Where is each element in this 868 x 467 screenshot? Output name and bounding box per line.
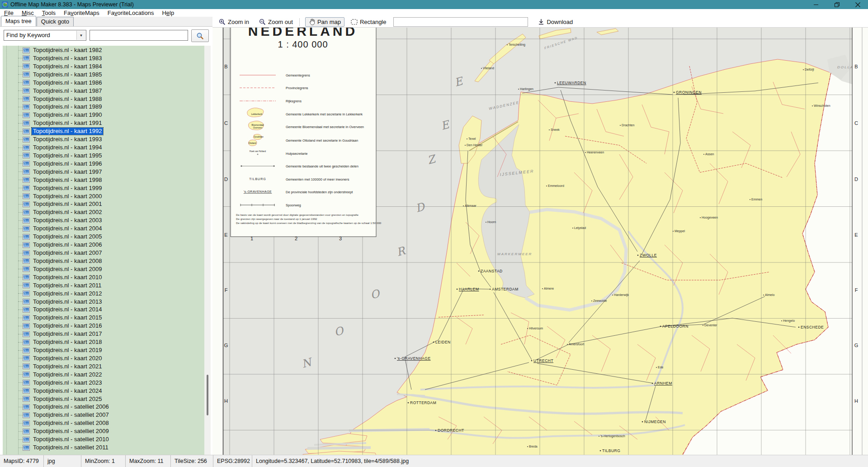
tree-item[interactable]: Topotijdreis.nl - kaart 2015 bbox=[3, 314, 103, 322]
rectangle-button[interactable]: Rectangle bbox=[347, 17, 390, 27]
app-icon bbox=[2, 1, 8, 8]
tree-item[interactable]: Topotijdreis.nl - kaart 1992 bbox=[3, 127, 103, 135]
tree-item[interactable]: Topotijdreis.nl - kaart 2017 bbox=[3, 330, 103, 338]
tree-connector bbox=[18, 131, 23, 132]
tree-item[interactable]: Topotijdreis.nl - kaart 1990 bbox=[3, 111, 103, 119]
tree-item[interactable]: Topotijdreis.nl - kaart 2014 bbox=[3, 305, 103, 314]
menu-favoritemaps[interactable]: FavoriteMaps bbox=[60, 9, 104, 17]
tree-item[interactable]: Topotijdreis.nl - kaart 1987 bbox=[3, 87, 103, 95]
tree-item[interactable]: Topotijdreis.nl - kaart 2023 bbox=[3, 379, 103, 387]
tree-item[interactable]: Topotijdreis.nl - kaart 1998 bbox=[3, 176, 103, 184]
tree-item[interactable]: Topotijdreis.nl - kaart 1995 bbox=[3, 152, 103, 160]
tree-connector bbox=[18, 399, 23, 399]
tree-item-label: Topotijdreis.nl - kaart 2007 bbox=[32, 249, 103, 257]
tree-item[interactable]: Topotijdreis.nl - kaart 2006 bbox=[3, 241, 103, 249]
zoom-in-button[interactable]: Zoom in bbox=[215, 17, 253, 27]
map-image-icon bbox=[23, 445, 30, 451]
tree-item[interactable]: Topotijdreis.nl - kaart 1991 bbox=[3, 119, 103, 127]
tree-item[interactable]: Topotijdreis.nl - kaart 1999 bbox=[3, 184, 103, 192]
tree-item-label: Topotijdreis.nl - kaart 1984 bbox=[32, 63, 103, 70]
toolbar-input[interactable] bbox=[393, 17, 528, 27]
tree-item[interactable]: Topotijdreis.nl - kaart 2004 bbox=[3, 224, 103, 233]
map-image-icon bbox=[23, 250, 30, 256]
tree-item[interactable]: Topotijdreis.nl - kaart 1986 bbox=[3, 79, 103, 87]
menu-help[interactable]: Help bbox=[158, 9, 178, 17]
tree-item[interactable]: Topotijdreis.nl - kaart 1985 bbox=[3, 71, 103, 79]
search-button[interactable] bbox=[191, 29, 209, 42]
tree-item[interactable]: Topotijdreis.nl - kaart 2011 bbox=[3, 281, 103, 290]
tree-item[interactable]: Topotijdreis.nl - kaart 1988 bbox=[3, 95, 103, 103]
tree-scrollbar-thumb[interactable] bbox=[207, 375, 208, 415]
pan-map-button[interactable]: Pan map bbox=[305, 17, 344, 27]
download-button[interactable]: Download bbox=[534, 17, 576, 27]
tree-connector bbox=[18, 310, 23, 310]
zoom-out-button[interactable]: Zoom out bbox=[255, 17, 297, 27]
tree-connector bbox=[18, 374, 23, 375]
tree-item[interactable]: Topotijdreis.nl - kaart 1993 bbox=[3, 135, 103, 143]
tree-item[interactable]: Topotijdreis.nl - satelliet 2006 bbox=[3, 403, 110, 411]
tree-item[interactable]: Topotijdreis.nl - kaart 2021 bbox=[3, 362, 103, 371]
tab-maps-tree[interactable]: Maps tree bbox=[1, 16, 36, 26]
tree-connector bbox=[18, 148, 23, 148]
map-image-icon bbox=[23, 363, 30, 369]
tree-item[interactable]: Topotijdreis.nl - kaart 1982 bbox=[3, 46, 103, 54]
tree-item[interactable]: Topotijdreis.nl - kaart 2005 bbox=[3, 233, 103, 241]
tree-item[interactable]: Topotijdreis.nl - satelliet 2008 bbox=[3, 419, 110, 427]
restore-button[interactable] bbox=[826, 0, 847, 9]
tree-item-label: Topotijdreis.nl - kaart 1987 bbox=[32, 87, 103, 95]
map-image-icon bbox=[23, 63, 30, 69]
tree-item[interactable]: Topotijdreis.nl - kaart 2001 bbox=[3, 200, 103, 208]
tree-connector bbox=[18, 326, 23, 326]
tree-item[interactable]: Topotijdreis.nl - satelliet 2007 bbox=[3, 411, 110, 419]
tree-connector bbox=[18, 212, 23, 213]
tree-item-label: Topotijdreis.nl - kaart 2016 bbox=[32, 322, 103, 329]
tree-item[interactable]: Topotijdreis.nl - kaart 2000 bbox=[3, 192, 103, 200]
tab-quick-goto[interactable]: Quick goto bbox=[37, 17, 74, 26]
tree-item[interactable]: Topotijdreis.nl - kaart 2003 bbox=[3, 216, 103, 224]
tree-item[interactable]: Topotijdreis.nl - kaart 1983 bbox=[3, 54, 103, 62]
minimize-button[interactable] bbox=[806, 0, 826, 9]
tree-item[interactable]: Topotijdreis.nl - kaart 1994 bbox=[3, 143, 103, 152]
tree-item[interactable]: Topotijdreis.nl - kaart 2020 bbox=[3, 354, 103, 362]
tree-item[interactable]: Topotijdreis.nl - kaart 2009 bbox=[3, 265, 103, 273]
tree-item[interactable]: Topotijdreis.nl - kaart 2016 bbox=[3, 322, 103, 330]
tree-item[interactable]: Topotijdreis.nl - kaart 2019 bbox=[3, 346, 103, 354]
tree-item[interactable]: Topotijdreis.nl - kaart 2024 bbox=[3, 387, 103, 395]
svg-text:Hilversum: Hilversum bbox=[529, 327, 543, 330]
svg-text:DORDRECHT: DORDRECHT bbox=[438, 428, 464, 433]
map-image-icon bbox=[23, 429, 30, 434]
tree-scrollbar[interactable] bbox=[204, 46, 211, 455]
tree-item[interactable]: Topotijdreis.nl - kaart 2008 bbox=[3, 257, 103, 265]
map-viewport[interactable]: NOORDZEE WADDENZEEFRIESCHE WADIJSSELMEER… bbox=[212, 27, 868, 455]
tree-item[interactable]: Topotijdreis.nl - kaart 2013 bbox=[3, 298, 103, 306]
find-mode-combobox[interactable]: Find by Keyword ▼ bbox=[4, 30, 86, 41]
tree-item[interactable]: Topotijdreis.nl - kaart 2010 bbox=[3, 273, 103, 281]
tree-item[interactable]: Topotijdreis.nl - kaart 1984 bbox=[3, 62, 103, 71]
tree-item[interactable]: Topotijdreis.nl - kaart 1996 bbox=[3, 160, 103, 168]
map-image-icon bbox=[23, 388, 30, 394]
svg-text:ENSCHEDE: ENSCHEDE bbox=[801, 325, 824, 329]
tree-item[interactable]: Topotijdreis.nl - satelliet 2010 bbox=[3, 435, 110, 443]
map-image-icon bbox=[23, 145, 30, 151]
map-image-icon bbox=[23, 274, 30, 280]
close-button[interactable] bbox=[847, 0, 868, 9]
svg-text:Overveen: Overveen bbox=[253, 127, 262, 129]
menu-favoritelocations[interactable]: FavoriteLocations bbox=[104, 9, 158, 17]
tree-item[interactable]: Topotijdreis.nl - kaart 2018 bbox=[3, 338, 103, 346]
keyword-input[interactable] bbox=[90, 30, 188, 41]
tree-item-label: Topotijdreis.nl - kaart 2006 bbox=[32, 241, 103, 248]
tree-item[interactable]: Topotijdreis.nl - kaart 1989 bbox=[3, 103, 103, 111]
tree-item[interactable]: Topotijdreis.nl - kaart 2007 bbox=[3, 249, 103, 257]
svg-text:F: F bbox=[225, 287, 228, 293]
tree-item[interactable]: Topotijdreis.nl - satelliet 2011 bbox=[3, 443, 110, 452]
tree-item[interactable]: Topotijdreis.nl - kaart 2025 bbox=[3, 395, 103, 403]
menu-tools[interactable]: Tools bbox=[38, 9, 60, 17]
tree-item[interactable]: Topotijdreis.nl - kaart 1997 bbox=[3, 168, 103, 176]
tree-item[interactable]: Topotijdreis.nl - kaart 2002 bbox=[3, 208, 103, 216]
svg-text:Harlingen: Harlingen bbox=[520, 87, 533, 91]
chevron-down-icon[interactable]: ▼ bbox=[76, 31, 85, 40]
map-legend-card: NEDERLAND1 : 400 000GemeentegrensProvinc… bbox=[231, 28, 382, 237]
tree-item[interactable]: Topotijdreis.nl - kaart 2022 bbox=[3, 371, 103, 379]
tree-item[interactable]: Topotijdreis.nl - satelliet 2009 bbox=[3, 427, 110, 435]
tree-item[interactable]: Topotijdreis.nl - kaart 2012 bbox=[3, 290, 103, 298]
